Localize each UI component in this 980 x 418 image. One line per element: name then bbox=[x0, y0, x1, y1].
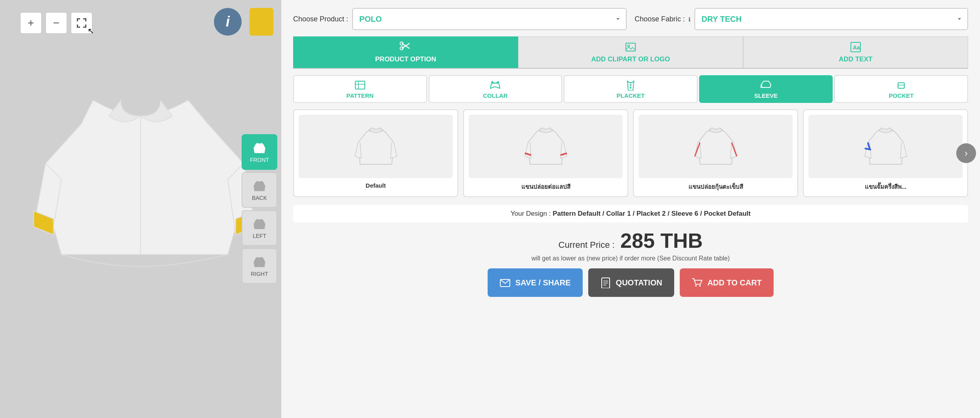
options-grid: Default แขนปล่อยต่อแลปสี bbox=[293, 109, 968, 197]
price-note: will get as lower as (new price) if orde… bbox=[293, 255, 968, 262]
svg-point-18 bbox=[630, 87, 631, 88]
image-icon bbox=[625, 41, 637, 53]
scissors-icon bbox=[400, 41, 412, 53]
quotation-button[interactable]: QUOTATION bbox=[588, 268, 674, 297]
save-share-button[interactable]: SAVE / SHARE bbox=[488, 268, 583, 297]
fabric-select-group: Choose Fabric : ℹ DRY TECH COTTON POLYES… bbox=[635, 8, 968, 30]
option-4[interactable]: แขนจั๊มครึ่งสีพ... bbox=[803, 109, 968, 197]
sub-tabs: PATTERN COLLAR PLACKET SLEEVE bbox=[293, 75, 968, 103]
document-icon bbox=[600, 277, 611, 288]
svg-point-12 bbox=[628, 45, 630, 47]
svg-text:Aa: Aa bbox=[853, 44, 860, 51]
tab-clipart[interactable]: ADD CLIPART OR LOGO bbox=[518, 36, 743, 68]
option-3[interactable]: แขนปล่อยกุ้นตะเข็บสี bbox=[633, 109, 798, 197]
top-selects: Choose Product : POLO T-SHIRT JACKET Cho… bbox=[293, 8, 968, 30]
option-4-label: แขนจั๊มครึ่งสีพ... bbox=[865, 182, 907, 192]
email-icon bbox=[500, 277, 511, 288]
option-default-label: Default bbox=[366, 182, 386, 189]
zoom-controls: + − bbox=[20, 12, 93, 34]
product-select[interactable]: POLO T-SHIRT JACKET bbox=[352, 8, 627, 30]
svg-rect-5 bbox=[77, 25, 78, 28]
zoom-fit-button[interactable] bbox=[71, 12, 93, 34]
collar-icon bbox=[490, 80, 501, 91]
price-label: Current Price : bbox=[559, 240, 615, 250]
subtab-pattern[interactable]: PATTERN bbox=[293, 75, 427, 103]
svg-rect-11 bbox=[626, 43, 635, 51]
view-left-button[interactable]: LEFT bbox=[242, 210, 277, 246]
svg-rect-7 bbox=[85, 25, 86, 28]
shirt-svg bbox=[22, 76, 259, 373]
svg-rect-15 bbox=[355, 81, 365, 89]
svg-point-17 bbox=[630, 84, 631, 86]
pocket-icon bbox=[896, 80, 907, 91]
option-default-img bbox=[299, 115, 453, 178]
product-select-label: Choose Product : bbox=[293, 15, 348, 23]
view-back-button[interactable]: BACK bbox=[242, 172, 277, 208]
subtab-placket[interactable]: PLACKET bbox=[564, 75, 698, 103]
product-select-group: Choose Product : POLO T-SHIRT JACKET bbox=[293, 8, 627, 30]
fabric-info-icon: ℹ bbox=[688, 16, 690, 23]
zoom-out-button[interactable]: − bbox=[45, 12, 67, 34]
main-tabs: PRODUCT OPTION ADD CLIPART OR LOGO Aa AD… bbox=[293, 36, 968, 69]
option-2[interactable]: แขนปล่อยต่อแลปสี bbox=[463, 109, 628, 197]
pattern-icon bbox=[355, 80, 366, 91]
view-buttons: FRONT BACK LEFT RIGHT bbox=[242, 134, 281, 284]
zoom-in-button[interactable]: + bbox=[20, 12, 42, 34]
fabric-select[interactable]: DRY TECH COTTON POLYESTER bbox=[694, 8, 968, 30]
option-3-label: แขนปล่อยกุ้นตะเข็บสี bbox=[688, 182, 743, 192]
price-value: 285 THB bbox=[620, 229, 703, 252]
subtab-pocket[interactable]: POCKET bbox=[834, 75, 968, 103]
action-buttons: SAVE / SHARE QUOTATION ADD TO CART bbox=[293, 268, 968, 297]
config-panel: Choose Product : POLO T-SHIRT JACKET Cho… bbox=[281, 0, 980, 418]
svg-rect-19 bbox=[898, 83, 904, 88]
subtab-sleeve[interactable]: SLEEVE bbox=[699, 75, 833, 103]
option-2-label: แขนปล่อยต่อแลปสี bbox=[521, 182, 570, 192]
view-right-button[interactable]: RIGHT bbox=[242, 248, 277, 284]
next-button[interactable]: › bbox=[956, 143, 976, 163]
info-button[interactable]: i bbox=[214, 8, 242, 36]
sleeve-icon bbox=[761, 80, 772, 91]
cart-icon bbox=[692, 277, 703, 288]
svg-point-25 bbox=[695, 285, 697, 287]
text-icon: Aa bbox=[850, 41, 862, 53]
svg-point-26 bbox=[699, 285, 701, 287]
tab-add-text[interactable]: Aa ADD TEXT bbox=[743, 36, 968, 68]
svg-rect-1 bbox=[77, 18, 78, 21]
placket-icon bbox=[625, 80, 636, 91]
option-default[interactable]: Default bbox=[293, 109, 458, 197]
option-3-img bbox=[639, 115, 793, 178]
view-front-button[interactable]: FRONT bbox=[242, 134, 277, 170]
shirt-preview bbox=[0, 32, 281, 418]
fabric-select-label: Choose Fabric : ℹ bbox=[635, 15, 690, 23]
tab-product-option[interactable]: PRODUCT OPTION bbox=[293, 36, 518, 68]
subtab-collar[interactable]: COLLAR bbox=[429, 75, 562, 103]
option-2-img bbox=[469, 115, 623, 178]
svg-rect-3 bbox=[85, 18, 86, 21]
add-to-cart-button[interactable]: ADD TO CART bbox=[680, 268, 774, 297]
preview-panel: + − i bbox=[0, 0, 281, 418]
option-4-img bbox=[808, 115, 963, 178]
price-section: Current Price : 285 THB will get as lowe… bbox=[293, 229, 968, 262]
design-summary: Your Design : Pattern Default / Collar 1… bbox=[293, 205, 968, 222]
